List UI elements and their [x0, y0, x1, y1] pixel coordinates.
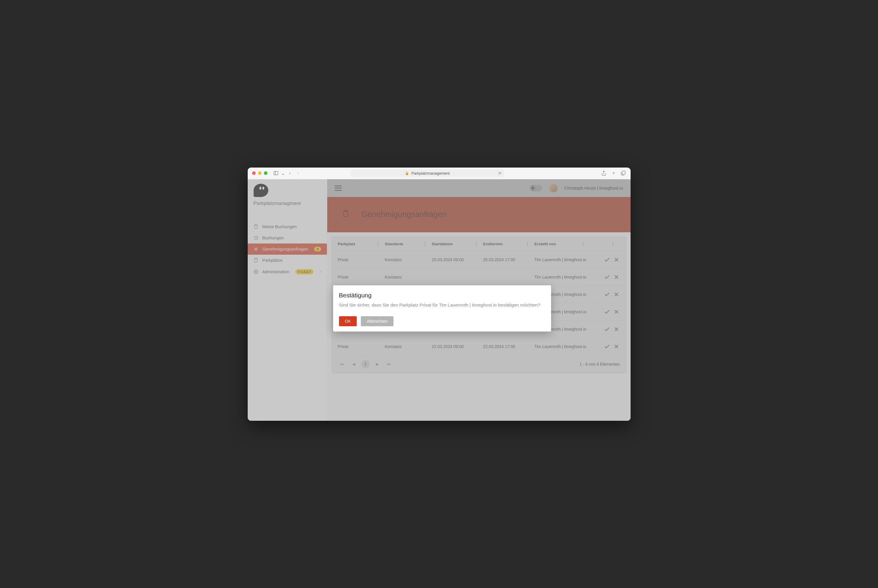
back-icon[interactable]: ‹	[287, 171, 293, 176]
new-tab-icon[interactable]: +	[611, 171, 616, 176]
forward-icon[interactable]: ›	[296, 171, 301, 176]
modal-overlay[interactable]: Bestätigung Sind Sie sicher, dass Sie de…	[248, 179, 630, 421]
close-window-button[interactable]	[252, 171, 256, 175]
window-controls	[252, 171, 267, 175]
dialog-message: Sind Sie sicher, dass Sie den Parkplatz …	[339, 302, 545, 308]
confirm-dialog: Bestätigung Sind Sie sicher, dass Sie de…	[333, 285, 551, 332]
svg-rect-3	[622, 171, 626, 174]
browser-window: ⌄ ‹ › 🔒 Parkplatzmanagement ⟳ + Parkplat…	[248, 168, 630, 421]
url-bar[interactable]: 🔒 Parkplatzmanagement ⟳	[351, 169, 504, 177]
share-icon[interactable]	[601, 171, 606, 176]
titlebar: ⌄ ‹ › 🔒 Parkplatzmanagement ⟳ +	[248, 168, 630, 179]
ok-button[interactable]: OK	[339, 316, 357, 326]
lock-icon: 🔒	[405, 171, 409, 175]
dialog-title: Bestätigung	[339, 292, 545, 299]
dropdown-icon[interactable]: ⌄	[282, 171, 285, 176]
tabs-icon[interactable]	[621, 171, 626, 176]
url-text: Parkplatzmanagement	[411, 171, 450, 176]
cancel-button[interactable]: Abbrechen	[361, 316, 393, 326]
minimize-window-button[interactable]	[258, 171, 261, 175]
reload-icon[interactable]: ⟳	[498, 171, 501, 176]
sidebar-toggle-icon[interactable]	[273, 171, 279, 176]
svg-rect-0	[274, 171, 278, 175]
maximize-window-button[interactable]	[264, 171, 267, 175]
